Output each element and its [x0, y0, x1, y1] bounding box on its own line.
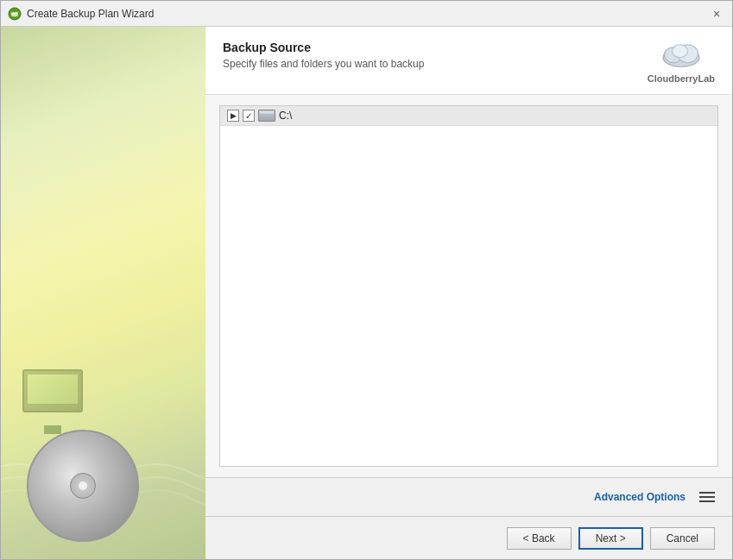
- hamburger-line-1: [699, 492, 715, 494]
- svg-point-3: [15, 11, 18, 14]
- title-bar: Create Backup Plan Wizard ×: [1, 1, 732, 27]
- tree-item-label: C:\: [279, 110, 292, 122]
- advanced-options-link[interactable]: Advanced Options: [594, 491, 686, 503]
- back-button[interactable]: < Back: [507, 527, 572, 550]
- header-text-area: Backup Source Specify files and folders …: [223, 41, 424, 70]
- logo-label: CloudberryLab: [648, 73, 715, 84]
- logo-area: CloudberryLab: [648, 37, 715, 84]
- tree-area: ▶ C:\: [205, 95, 732, 477]
- window: Create Backup Plan Wizard ×: [0, 0, 733, 560]
- panel-subtitle: Specify files and folders you want to ba…: [223, 58, 424, 70]
- panel-title: Backup Source: [223, 41, 424, 54]
- drive-icon: [258, 110, 275, 122]
- hamburger-line-3: [699, 500, 715, 502]
- right-panel: Backup Source Specify files and folders …: [205, 27, 732, 559]
- tree-checkbox[interactable]: [243, 110, 255, 122]
- options-area: Advanced Options: [594, 488, 718, 506]
- next-button[interactable]: Next >: [578, 527, 643, 550]
- hamburger-line-2: [699, 496, 715, 498]
- tree-row-c[interactable]: ▶ C:\: [220, 106, 717, 126]
- cancel-button[interactable]: Cancel: [650, 527, 715, 550]
- close-button[interactable]: ×: [708, 5, 725, 22]
- footer: < Back Next > Cancel: [205, 516, 732, 559]
- panel-header: Backup Source Specify files and folders …: [205, 27, 732, 95]
- options-bar: Advanced Options: [205, 477, 732, 516]
- computer-decoration: [9, 369, 96, 438]
- file-tree: ▶ C:\: [219, 105, 718, 467]
- app-icon: [8, 7, 22, 21]
- sidebar: [1, 27, 205, 559]
- expand-button[interactable]: ▶: [227, 110, 239, 122]
- svg-point-2: [11, 12, 16, 15]
- disc-decoration: [27, 430, 139, 542]
- main-content: Backup Source Specify files and folders …: [1, 27, 732, 559]
- svg-point-7: [672, 45, 687, 58]
- window-title: Create Backup Plan Wizard: [27, 8, 708, 20]
- hamburger-menu-button[interactable]: [696, 488, 718, 506]
- cloudberry-logo: [655, 37, 707, 72]
